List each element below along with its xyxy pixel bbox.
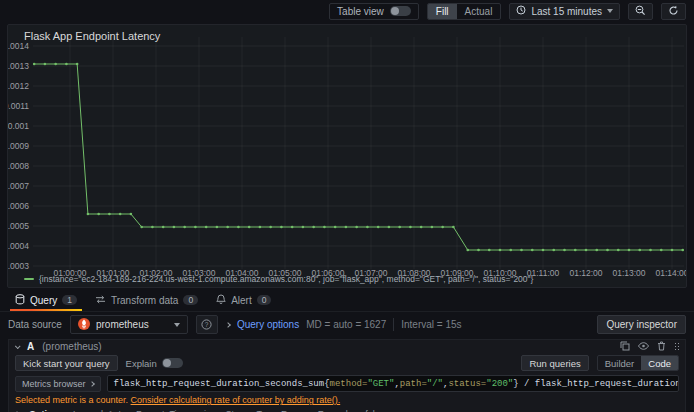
series-point	[477, 249, 480, 252]
counter-warning: Selected metric is a counter. Consider c…	[8, 394, 686, 407]
datasource-help-button[interactable]: ?	[196, 315, 218, 334]
series-point	[409, 226, 412, 229]
series-point	[628, 249, 631, 252]
timeseries-chart[interactable]: 0.00140.00130.00120.00110.0010.00090.000…	[8, 25, 686, 287]
y-axis-tick-label: 0.0012	[8, 81, 29, 91]
promql-input[interactable]: flask_http_request_duration_seconds_sum{…	[107, 375, 679, 392]
series-point	[638, 249, 641, 252]
series-point	[76, 63, 79, 66]
svg-text:?: ?	[205, 321, 209, 328]
tab-count-badge: 1	[62, 295, 77, 306]
series-point	[542, 249, 545, 252]
builder-mode-button[interactable]: Builder	[598, 356, 642, 370]
explain-label: Explain	[126, 358, 157, 369]
series-point	[671, 249, 674, 252]
series-point	[183, 226, 186, 229]
query-row-actions	[620, 341, 679, 353]
series-point	[606, 249, 609, 252]
query-inspector-button[interactable]: Query inspector	[597, 315, 686, 334]
chevron-down-icon	[174, 323, 180, 327]
datasource-picker[interactable]: prometheus	[70, 315, 188, 334]
bell-icon	[216, 294, 226, 307]
timeseries-panel: Flask App Endpoint Latency 0.00140.00130…	[7, 24, 687, 288]
series-point	[452, 226, 455, 229]
series-point	[302, 226, 305, 229]
zoom-out-button[interactable]	[628, 3, 653, 20]
datasource-label: Data source	[8, 319, 62, 330]
chevron-right-icon	[89, 381, 95, 387]
series-point	[269, 226, 272, 229]
warning-hint-link[interactable]: Consider calculating rate of counter by …	[131, 395, 341, 405]
prometheus-logo-icon	[78, 316, 90, 334]
actual-button[interactable]: Actual	[457, 4, 501, 19]
y-axis-tick-label: 0.0011	[8, 101, 29, 111]
series-point	[65, 63, 68, 66]
tab-query[interactable]: Query1	[8, 289, 84, 311]
explain-switch[interactable]	[162, 358, 183, 368]
y-axis-tick-label: 0.0006	[8, 201, 29, 211]
query-options-row[interactable]: Options Legend: AutoFormat: Time seriesS…	[8, 407, 686, 412]
time-range-label: Last 15 minutes	[531, 6, 602, 17]
series-point	[617, 249, 620, 252]
series-point	[226, 226, 229, 229]
fill-actual-group: Fill Actual	[427, 3, 502, 20]
tab-label: Transform data	[111, 295, 178, 306]
run-queries-button[interactable]: Run queries	[521, 355, 588, 371]
series-point	[377, 226, 380, 229]
y-axis-tick-label: 0.0008	[8, 161, 29, 171]
tab-transform-data[interactable]: Transform data0	[88, 289, 205, 311]
fill-button[interactable]: Fill	[428, 4, 457, 19]
y-axis-tick-label: 0.001	[8, 121, 29, 131]
hide-response-eye-icon[interactable]	[638, 341, 649, 352]
series-point	[431, 226, 434, 229]
series-point	[649, 249, 652, 252]
datasource-value: prometheus	[96, 319, 168, 330]
chevron-down-icon	[607, 9, 613, 13]
datasource-row: Data source prometheus ? Query options M…	[0, 311, 694, 337]
series-point	[334, 226, 337, 229]
series-point	[585, 249, 588, 252]
series-point	[660, 249, 663, 252]
series-point	[520, 249, 523, 252]
series-color-swatch	[24, 278, 34, 280]
chevron-down-icon[interactable]	[15, 343, 21, 349]
kick-start-query-button[interactable]: Kick start your query	[15, 355, 118, 371]
query-options-group[interactable]: Query options MD = auto = 1627 Interval …	[226, 318, 462, 331]
tab-label: Alert	[231, 295, 252, 306]
series-point	[119, 213, 122, 216]
y-axis-tick-label: 0.0014	[8, 41, 29, 51]
divider	[393, 318, 394, 331]
duplicate-query-icon[interactable]	[620, 341, 630, 353]
refresh-button[interactable]	[661, 3, 686, 20]
series-point	[398, 226, 401, 229]
metrics-browser-button[interactable]: Metrics browser	[15, 376, 101, 392]
query-ref-id: A	[27, 341, 34, 352]
table-view-switch[interactable]	[390, 6, 411, 16]
metrics-browser-label: Metrics browser	[22, 379, 86, 389]
clock-icon	[516, 5, 526, 17]
tab-alert[interactable]: Alert0	[209, 289, 278, 311]
query-options-link[interactable]: Query options	[237, 319, 299, 330]
x-axis-tick-label: 01:12:00	[569, 268, 602, 278]
drag-handle-icon[interactable]	[674, 342, 679, 351]
series-point	[130, 213, 133, 216]
series-point	[488, 249, 491, 252]
series-line	[34, 64, 683, 250]
help-icon: ?	[201, 319, 212, 330]
x-axis-tick-label: 01:13:00	[612, 268, 645, 278]
series-point	[291, 226, 294, 229]
y-axis-tick-label: 0.0007	[8, 181, 29, 191]
promql-editor-row: Metrics browser flask_http_request_durat…	[8, 373, 686, 394]
time-range-picker[interactable]: Last 15 minutes	[509, 3, 620, 20]
series-point	[366, 226, 369, 229]
series-point	[312, 226, 315, 229]
series-point	[355, 226, 358, 229]
zoom-out-icon	[635, 5, 646, 18]
refresh-icon	[668, 5, 679, 18]
remove-query-trash-icon[interactable]	[657, 341, 666, 353]
code-mode-button[interactable]: Code	[641, 356, 678, 370]
query-row-header[interactable]: A (prometheus)	[8, 339, 686, 353]
legend-item[interactable]: {instance="ec2-184-169-216-224.us-west-1…	[24, 274, 533, 284]
query-options-summary: MD = auto = 1627	[306, 319, 386, 330]
series-point	[681, 249, 684, 252]
